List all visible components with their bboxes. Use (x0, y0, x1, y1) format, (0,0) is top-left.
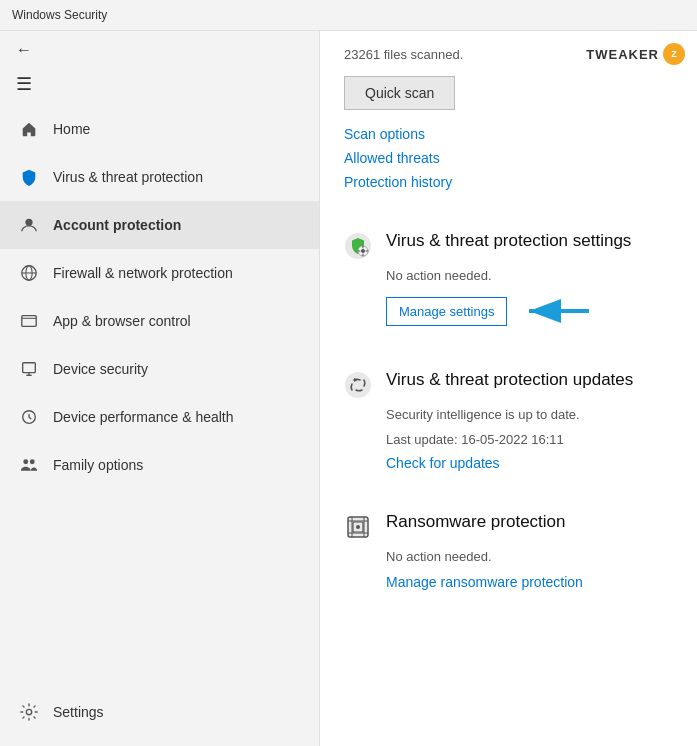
scan-options-link[interactable]: Scan options (344, 126, 673, 142)
sidebar-item-app-browser[interactable]: App & browser control (0, 297, 319, 345)
account-icon (19, 215, 39, 235)
virus-settings-section: Virus & threat protection settings No ac… (344, 214, 673, 329)
allowed-threats-link[interactable]: Allowed threats (344, 150, 673, 166)
sidebar-item-home-label: Home (53, 121, 90, 137)
virus-updates-section: Virus & threat protection updates Securi… (344, 353, 673, 471)
sidebar-item-device-security[interactable]: Device security (0, 345, 319, 393)
manage-ransomware-link[interactable]: Manage ransomware protection (386, 574, 673, 590)
svg-point-11 (26, 709, 31, 714)
sidebar-item-settings[interactable]: Settings (0, 688, 319, 736)
sidebar-item-firewall-label: Firewall & network protection (53, 265, 233, 281)
sidebar-top: ← (0, 31, 319, 69)
sidebar-item-virus-label: Virus & threat protection (53, 169, 203, 185)
svg-point-10 (30, 459, 35, 464)
svg-point-17 (345, 372, 371, 398)
title-bar: Windows Security (0, 0, 697, 31)
virus-settings-title: Virus & threat protection settings (386, 230, 631, 252)
home-icon (19, 119, 39, 139)
main-content: TWEAKER Z 23261 files scanned. Quick sca… (320, 31, 697, 746)
ransomware-desc: No action needed. (386, 549, 673, 564)
device-performance-icon (19, 407, 39, 427)
sidebar-item-virus-threat[interactable]: Virus & threat protection (0, 153, 319, 201)
svg-point-14 (361, 249, 365, 253)
sidebar-item-app-browser-label: App & browser control (53, 313, 191, 329)
device-security-icon (19, 359, 39, 379)
svg-point-0 (25, 219, 32, 226)
tweaker-dot: Z (663, 43, 685, 65)
svg-point-9 (23, 459, 28, 464)
ransomware-icon (344, 513, 372, 541)
virus-updates-icon (344, 371, 372, 399)
ransomware-title: Ransomware protection (386, 511, 566, 533)
shield-icon (19, 167, 39, 187)
sidebar-item-device-performance[interactable]: Device performance & health (0, 393, 319, 441)
sidebar-item-account-label: Account protection (53, 217, 181, 233)
app-browser-icon (19, 311, 39, 331)
sidebar-item-firewall[interactable]: Firewall & network protection (0, 249, 319, 297)
family-icon (19, 455, 39, 475)
svg-point-21 (356, 525, 360, 529)
tweaker-badge: TWEAKER Z (586, 43, 685, 65)
hamburger-menu[interactable]: ☰ (16, 74, 32, 94)
tweaker-text: TWEAKER (586, 47, 659, 62)
manage-settings-button[interactable]: Manage settings (386, 297, 507, 326)
quick-scan-button[interactable]: Quick scan (344, 76, 455, 110)
sidebar-item-account-protection[interactable]: Account protection (0, 201, 319, 249)
sidebar: ← ☰ Home Vir (0, 31, 320, 746)
sidebar-item-family-label: Family options (53, 457, 143, 473)
ransomware-section: Ransomware protection No action needed. … (344, 495, 673, 590)
sidebar-item-device-security-label: Device security (53, 361, 148, 377)
sidebar-item-family-options[interactable]: Family options (0, 441, 319, 489)
protection-history-link[interactable]: Protection history (344, 174, 673, 190)
sidebar-item-home[interactable]: Home (0, 105, 319, 153)
svg-rect-4 (22, 316, 36, 327)
back-button[interactable]: ← (16, 41, 32, 59)
firewall-icon (19, 263, 39, 283)
settings-icon (19, 702, 39, 722)
svg-rect-6 (23, 363, 36, 373)
virus-updates-title: Virus & threat protection updates (386, 369, 633, 391)
sidebar-bottom: Settings (0, 688, 319, 746)
arrow-annotation (517, 293, 597, 329)
sidebar-nav: Home Virus & threat protection Acco (0, 105, 319, 489)
virus-settings-icon (344, 232, 372, 260)
sidebar-item-settings-label: Settings (53, 704, 104, 720)
virus-settings-desc: No action needed. (386, 268, 673, 283)
virus-updates-status1: Security intelligence is up to date. (386, 407, 673, 422)
check-for-updates-link[interactable]: Check for updates (386, 455, 673, 471)
app-title: Windows Security (12, 8, 107, 22)
virus-updates-status2: Last update: 16-05-2022 16:11 (386, 432, 673, 447)
ransomware-header: Ransomware protection (344, 511, 673, 541)
sidebar-item-device-performance-label: Device performance & health (53, 409, 234, 425)
virus-settings-header: Virus & threat protection settings (344, 230, 673, 260)
virus-updates-header: Virus & threat protection updates (344, 369, 673, 399)
